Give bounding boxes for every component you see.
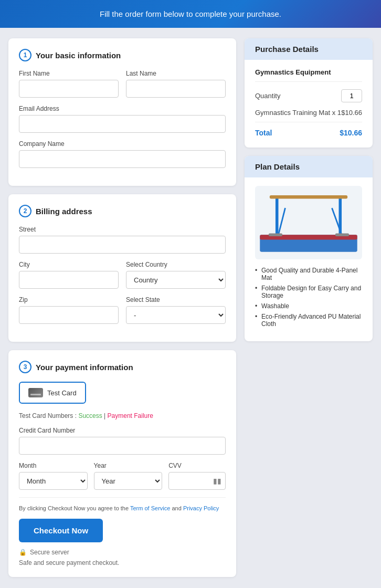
company-input[interactable] [19, 150, 226, 168]
city-group: City [19, 261, 119, 289]
company-group: Company Name [19, 140, 226, 168]
first-name-group: First Name [19, 70, 119, 98]
header-text: Fill the order form below to complete yo… [100, 9, 281, 18]
total-label: Total [255, 129, 272, 137]
agree-text: By clicking Checkout Now you agree to th… [19, 505, 226, 511]
cvv-group: CVV ▮▮ [168, 462, 226, 490]
card-btn-label: Test Card [47, 389, 77, 397]
section1-title: 1 Your basic information [19, 49, 226, 61]
credit-card-icon [28, 388, 43, 397]
total-row: Total $10.66 [255, 129, 362, 137]
last-name-group: Last Name [126, 70, 226, 98]
purchase-details-card: Purchase Details Gymnastics Equipment Qu… [245, 38, 373, 148]
year-group: Year Year [94, 462, 163, 490]
street-group: Street [19, 226, 226, 254]
product-image-svg [255, 186, 362, 259]
feature-item: Good Quality and Durable 4-Panel Mat [255, 267, 362, 281]
company-label: Company Name [19, 140, 226, 148]
svg-rect-8 [335, 233, 349, 236]
email-group: Email Address [19, 105, 226, 133]
month-year-cvv-row: Month Month Year Year CVV ▮▮ [19, 462, 226, 490]
checkout-button[interactable]: Checkout Now [19, 519, 103, 542]
zip-label: Zip [19, 296, 119, 303]
purchase-details-title: Purchase Details [245, 38, 373, 60]
right-column: Purchase Details Gymnastics Equipment Qu… [245, 38, 373, 341]
basic-info-section: 1 Your basic information First Name Last… [8, 38, 236, 186]
cc-number-group: Credit Card Number [19, 427, 226, 455]
quantity-value: 1 [341, 89, 362, 102]
feature-item: Washable [255, 302, 362, 310]
zip-group: Zip [19, 296, 119, 324]
quantity-label: Quantity [255, 92, 280, 100]
city-input[interactable] [19, 271, 119, 289]
year-select[interactable]: Year [94, 472, 163, 490]
svg-rect-7 [269, 233, 282, 236]
country-select[interactable]: Country [126, 271, 226, 289]
divider [19, 497, 226, 498]
cvv-label: CVV [168, 462, 226, 469]
quantity-row: Quantity 1 [255, 89, 362, 102]
lock-icon: 🔒 [19, 549, 27, 556]
city-label: City [19, 261, 119, 268]
safe-text: Safe and secure payment checkout. [19, 559, 226, 566]
cc-number-label: Credit Card Number [19, 427, 226, 434]
item-price: $10.66 [341, 109, 362, 117]
month-group: Month Month [19, 462, 88, 490]
card-method-button[interactable]: Test Card [19, 382, 86, 404]
product-image [255, 186, 362, 259]
price-row: Gymnastics Training Mat x 1 $10.66 [255, 109, 362, 122]
cvv-card-icon: ▮▮ [213, 477, 221, 485]
header-banner: Fill the order form below to complete yo… [0, 0, 381, 28]
payment-section: 3 Your payment information Test Card Tes… [8, 350, 236, 577]
left-column: 1 Your basic information First Name Last… [8, 38, 236, 577]
section3-title: 3 Your payment information [19, 361, 226, 373]
cvv-wrapper: ▮▮ [168, 472, 226, 490]
svg-rect-4 [270, 195, 347, 198]
plan-details-title: Plan Details [245, 156, 373, 177]
country-group: Select Country Country [126, 261, 226, 289]
first-name-label: First Name [19, 70, 119, 77]
year-label: Year [94, 462, 163, 469]
privacy-link[interactable]: Privacy Policy [183, 505, 219, 511]
success-link[interactable]: Success [78, 412, 102, 419]
last-name-label: Last Name [126, 70, 226, 77]
test-card-notice: Test Card Numbers : Success | Payment Fa… [19, 412, 226, 419]
main-content: 1 Your basic information First Name Last… [0, 28, 381, 587]
step2-circle: 2 [19, 205, 31, 217]
secure-label: Secure server [30, 549, 69, 556]
product-name: Gymnastics Equipment [255, 68, 362, 82]
month-select[interactable]: Month [19, 472, 88, 490]
street-label: Street [19, 226, 226, 233]
total-price: $10.66 [340, 129, 362, 137]
street-input[interactable] [19, 236, 226, 254]
section2-title: 2 Billing address [19, 205, 226, 217]
email-label: Email Address [19, 105, 226, 112]
step3-circle: 3 [19, 361, 31, 373]
feature-item: Foldable Design for Easy Carry and Stora… [255, 285, 362, 299]
month-label: Month [19, 462, 88, 469]
billing-address-section: 2 Billing address Street City Select Cou… [8, 194, 236, 342]
state-select[interactable]: - [126, 306, 226, 324]
first-name-input[interactable] [19, 80, 119, 98]
zip-input[interactable] [19, 306, 119, 324]
feature-item: Eco-Friendly Advanced PU Material Cloth [255, 313, 362, 328]
step1-circle: 1 [19, 49, 31, 61]
state-group: Select State - [126, 296, 226, 324]
email-input[interactable] [19, 115, 226, 133]
last-name-input[interactable] [126, 80, 226, 98]
plan-details-card: Plan Details [245, 156, 373, 341]
failure-link[interactable]: Payment Failure [108, 412, 153, 419]
secure-row: 🔒 Secure server [19, 549, 226, 556]
state-label: Select State [126, 296, 226, 303]
svg-rect-2 [276, 197, 279, 236]
svg-line-5 [279, 208, 285, 235]
terms-link[interactable]: Term of Service [130, 505, 170, 511]
item-label: Gymnastics Training Mat x 1 [255, 109, 341, 117]
country-label: Select Country [126, 261, 226, 268]
cc-number-input[interactable] [19, 437, 226, 455]
plan-features-list: Good Quality and Durable 4-Panel MatFold… [255, 267, 362, 328]
